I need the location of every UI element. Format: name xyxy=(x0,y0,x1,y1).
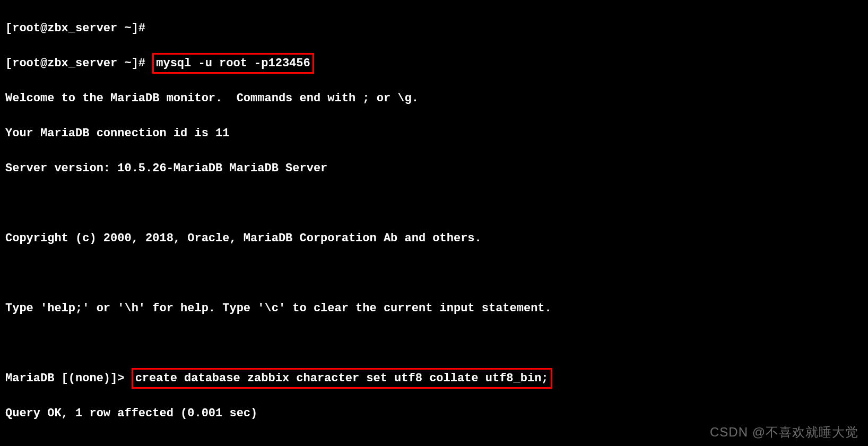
shell-command-line: [root@zbx_server ~]# mysql -u root -p123… xyxy=(5,55,863,72)
csdn-watermark: CSDN @不喜欢就睡大觉 xyxy=(710,423,858,442)
highlighted-command-mysql: mysql -u root -p123456 xyxy=(152,53,314,74)
mariadb-prompt: MariaDB [(none)]> xyxy=(5,372,132,385)
blank-line xyxy=(5,195,863,212)
output-line: Type 'help;' or '\h' for help. Type '\c'… xyxy=(5,300,863,317)
blank-line xyxy=(5,265,863,282)
shell-prompt: [root@zbx_server ~]# xyxy=(5,57,152,70)
shell-prompt-line: [root@zbx_server ~]# xyxy=(5,20,863,37)
output-line: Server version: 10.5.26-MariaDB MariaDB … xyxy=(5,160,863,177)
shell-prompt: [root@zbx_server ~]# xyxy=(5,22,152,35)
output-line: Copyright (c) 2000, 2018, Oracle, MariaD… xyxy=(5,230,863,247)
mariadb-command-line: MariaDB [(none)]> create database zabbix… xyxy=(5,370,863,387)
output-line: Welcome to the MariaDB monitor. Commands… xyxy=(5,90,863,107)
blank-line xyxy=(5,335,863,352)
output-line: Query OK, 1 row affected (0.001 sec) xyxy=(5,405,863,422)
terminal-output[interactable]: [root@zbx_server ~]# [root@zbx_server ~]… xyxy=(0,0,868,446)
highlighted-command-create-db: create database zabbix character set utf… xyxy=(132,368,552,389)
output-line: Your MariaDB connection id is 11 xyxy=(5,125,863,142)
